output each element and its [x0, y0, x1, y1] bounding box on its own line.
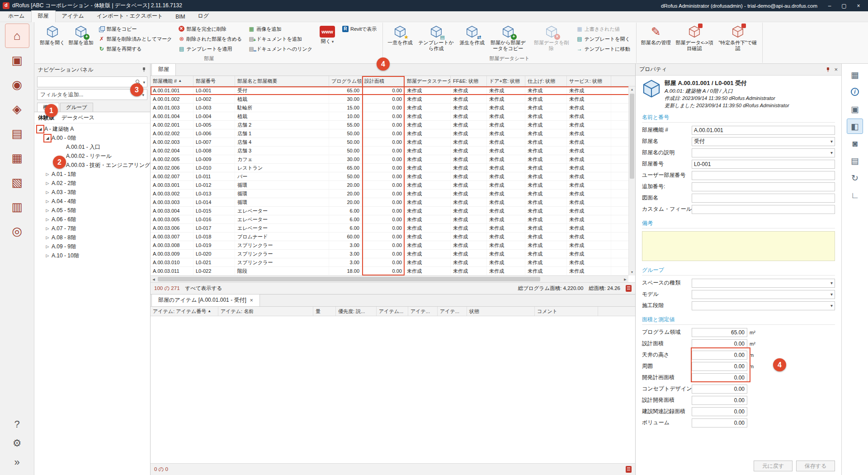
- tree-item[interactable]: ▷ A.10 - 10階: [34, 251, 150, 260]
- table-row[interactable]: A.00.03.009 L0-020 スプリンクラー 3.00 0.00 未作成…: [151, 250, 635, 258]
- maximize-button[interactable]: ▢: [837, 1, 851, 11]
- field-input[interactable]: 0.00: [692, 407, 747, 416]
- search-input[interactable]: [39, 79, 134, 85]
- ribbon-large-button[interactable]: テンプレートから作成: [415, 23, 458, 52]
- ribbon-large-button[interactable]: 部屋名の管理: [639, 23, 673, 47]
- undo-button[interactable]: 元に戻す: [754, 461, 793, 471]
- tree-item[interactable]: ▷ A.03 - 3階: [34, 188, 150, 197]
- column-header[interactable]: アイテ...: [408, 307, 438, 316]
- tab-rooms[interactable]: 部屋: [151, 63, 176, 76]
- menu-tab[interactable]: 部屋: [31, 10, 56, 22]
- menu-tab[interactable]: インポート・エクスポート: [90, 11, 170, 22]
- left-toolbar-item[interactable]: ⌂: [5, 24, 29, 48]
- table-row[interactable]: A.00.03.002 L0-013 循環 20.00 0.00 未作成 未作成…: [151, 190, 635, 198]
- field-input[interactable]: 0.00: [692, 351, 747, 360]
- tree-item[interactable]: ▷ A.02 - 2階: [34, 179, 150, 188]
- table-row[interactable]: A.00.03.006 L0-017 エレベーター 6.00 0.00 未作成 …: [151, 224, 635, 233]
- field-input[interactable]: A.00.01.001: [692, 126, 835, 135]
- ribbon-large-button[interactable]: 部屋から部屋データをコピー: [486, 23, 530, 52]
- ribbon-small-button[interactable]: ドキュメントを追加: [246, 34, 314, 44]
- tree-item[interactable]: ▷ A.09 - 9階: [34, 242, 150, 251]
- ribbon-small-button[interactable]: テンプレートを適用: [177, 44, 244, 54]
- scroll-up-icon[interactable]: [629, 86, 635, 93]
- table-row[interactable]: A.00.02.007 L0-011 バー 50.00 0.00 未作成 未作成…: [151, 172, 635, 181]
- right-strip-item[interactable]: i: [847, 85, 863, 99]
- column-header[interactable]: FF&E: 状態: [451, 76, 487, 86]
- tree-item[interactable]: A.00.02 - リテール: [34, 152, 150, 161]
- menu-tab[interactable]: ホーム: [2, 11, 31, 22]
- right-strip-item[interactable]: ◙: [847, 136, 863, 151]
- column-header[interactable]: ドア+窓: 状態: [487, 76, 525, 86]
- right-strip-item[interactable]: ↻: [847, 171, 863, 185]
- table-row[interactable]: A.00.03.003 L0-014 循環 20.00 0.00 未作成 未作成…: [151, 198, 635, 207]
- column-header[interactable]: 部屋機能 # ▲: [151, 76, 193, 86]
- scroll-right-icon[interactable]: [622, 276, 628, 282]
- pin-icon[interactable]: [826, 67, 830, 72]
- ribbon-large-button[interactable]: 部屋データ<->項目確認: [673, 23, 716, 52]
- table-row[interactable]: A.00.02.002 L0-006 店舗 1 50.00 0.00 未作成 未…: [151, 129, 635, 138]
- column-header[interactable]: アイテム: アイテム番号 ▲: [151, 307, 218, 316]
- tree-item[interactable]: ◢ A - 建築物 A: [34, 124, 150, 133]
- database-tab[interactable]: データベース: [61, 114, 94, 122]
- left-toolbar-item[interactable]: ◎: [5, 219, 29, 243]
- ribbon-small-button[interactable]: 画像を追加: [246, 24, 314, 34]
- tree-expander-icon[interactable]: [59, 144, 65, 151]
- tree-item[interactable]: ▷ A.01 - 1階: [34, 170, 150, 179]
- field-input[interactable]: 65.00: [692, 328, 747, 337]
- table-row[interactable]: A.00.02.001 L0-005 店舗 2 55.00 0.00 未作成 未…: [151, 121, 635, 129]
- tree-item[interactable]: ▷ A.05 - 5階: [34, 206, 150, 215]
- menu-tab[interactable]: BIM: [169, 12, 191, 22]
- close-button[interactable]: ×: [852, 1, 865, 11]
- tree-expander-icon[interactable]: ▷: [44, 252, 51, 259]
- ribbon-small-button[interactable]: 部屋を削除済みとしてマーク: [97, 34, 174, 44]
- field-input[interactable]: [692, 171, 835, 180]
- table-row[interactable]: A.00.03.004 L0-015 エレベーター 6.00 0.00 未作成 …: [151, 207, 635, 215]
- field-input[interactable]: [692, 205, 835, 214]
- ribbon-small-button[interactable]: ドキュメントへのリンク: [246, 44, 314, 54]
- left-toolbar-item[interactable]: ▧: [5, 171, 29, 194]
- right-strip-item[interactable]: ∟: [847, 188, 863, 202]
- tree-item[interactable]: ▷ A.07 - 7階: [34, 224, 150, 233]
- table-row[interactable]: A.00.01.002 L0-002 植栽 30.00 0.00 未作成 未作成…: [151, 95, 635, 104]
- field-input[interactable]: [692, 194, 835, 203]
- tree-expander-icon[interactable]: ▷: [44, 171, 51, 178]
- menu-tab[interactable]: アイテム: [56, 11, 90, 22]
- ribbon-large-button[interactable]: 派生を作成: [458, 23, 486, 47]
- tab-room-items[interactable]: 部屋のアイテム [A.00.01.001 - 受付]: [151, 294, 260, 306]
- table-row[interactable]: A.00.01.004 L0-004 植栽 10.00 0.00 未作成 未作成…: [151, 112, 635, 121]
- column-header[interactable]: 部屋名と部屋概要: [235, 76, 329, 86]
- show-all-link[interactable]: すべて表示する: [185, 285, 222, 292]
- column-header[interactable]: アイテム: 名前: [218, 307, 313, 316]
- column-header[interactable]: 量: [313, 307, 336, 316]
- table-row[interactable]: A.00.03.005 L0-016 エレベーター 6.00 0.00 未作成 …: [151, 215, 635, 224]
- left-toolbar-item[interactable]: »: [5, 453, 29, 471]
- ribbon-large-button[interactable]: "特定条件下"で確認: [716, 23, 760, 52]
- ribbon-small-button[interactable]: 部屋を完全に削除: [177, 24, 244, 34]
- table-row[interactable]: A.00.03.011 L0-022 階段 18.00 0.00 未作成 未作成…: [151, 267, 635, 276]
- column-header[interactable]: サービス: 状態: [567, 76, 611, 86]
- left-toolbar-item[interactable]: ▦: [5, 146, 29, 170]
- column-header[interactable]: 部屋番号: [193, 76, 235, 86]
- field-input[interactable]: [692, 301, 835, 310]
- ribbon-large-button[interactable]: 部屋を追加: [67, 23, 95, 47]
- ribbon-large-button[interactable]: 部屋データを削除: [530, 23, 573, 52]
- column-header[interactable]: アイテ...: [438, 307, 467, 316]
- nav-mode-tab[interactable]: グループ: [60, 103, 93, 112]
- column-header[interactable]: プログラム領域: [329, 76, 362, 86]
- column-header[interactable]: 設計面積: [362, 76, 405, 86]
- column-header[interactable]: 部屋データステータス: [405, 76, 451, 86]
- tree-expander-icon[interactable]: ▷: [44, 198, 51, 205]
- revit-show-button[interactable]: Revitで表示: [340, 24, 378, 34]
- search-options-chevron-icon[interactable]: [142, 79, 145, 85]
- tree-item[interactable]: A.00.01 - 入口: [34, 142, 150, 152]
- tree-expander-icon[interactable]: ▷: [44, 216, 51, 223]
- table-row[interactable]: A.00.03.008 L0-019 スプリンクラー 3.00 0.00 未作成…: [151, 241, 635, 250]
- table-row[interactable]: A.00.03.010 L0-021 スプリンクラー 3.00 0.00 未作成…: [151, 258, 635, 267]
- field-input[interactable]: 0.00: [692, 339, 747, 348]
- right-strip-item[interactable]: ▦: [847, 67, 863, 82]
- field-input[interactable]: L0-001: [692, 160, 835, 169]
- tree-item[interactable]: A.00.03 - 技術・エンジニアリング: [34, 161, 150, 170]
- ribbon-small-button[interactable]: 削除された部屋を含める: [177, 34, 244, 44]
- table-row[interactable]: A.00.02.006 L0-010 レストラン 65.00 0.00 未作成 …: [151, 164, 635, 172]
- close-icon[interactable]: [834, 66, 838, 73]
